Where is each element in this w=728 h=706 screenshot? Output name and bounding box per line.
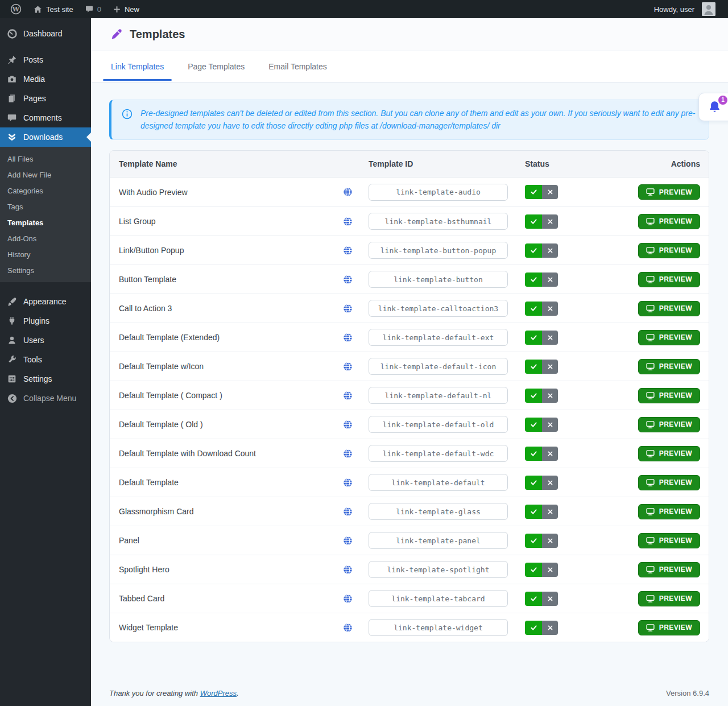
submenu-categories[interactable]: Categories (0, 183, 91, 199)
template-id-input[interactable] (369, 561, 508, 578)
preview-button[interactable]: PREVIEW (638, 620, 700, 635)
status-active-button[interactable] (525, 534, 542, 548)
status-active-button[interactable] (525, 563, 542, 577)
preview-button[interactable]: PREVIEW (638, 591, 700, 606)
status-active-button[interactable] (525, 592, 542, 606)
submenu-settings[interactable]: Settings (0, 262, 91, 278)
preview-button[interactable]: PREVIEW (638, 272, 700, 287)
submenu-history[interactable]: History (0, 246, 91, 262)
template-id-input[interactable] (369, 445, 508, 462)
status-disable-button[interactable] (542, 505, 558, 519)
sidebar-item-appearance[interactable]: Appearance (0, 292, 91, 311)
template-id-input[interactable] (369, 358, 508, 375)
template-id-input[interactable] (369, 271, 508, 288)
sidebar-item-pages[interactable]: Pages (0, 89, 91, 108)
preview-button[interactable]: PREVIEW (638, 184, 700, 200)
status-disable-button[interactable] (542, 331, 558, 345)
status-active-button[interactable] (525, 389, 542, 403)
sidebar-item-tools[interactable]: Tools (0, 350, 91, 369)
status-active-button[interactable] (525, 418, 542, 432)
status-active-button[interactable] (525, 360, 542, 374)
monitor-icon (646, 624, 655, 631)
status-active-button[interactable] (525, 331, 542, 345)
sidebar-item-users[interactable]: Users (0, 331, 91, 350)
status-disable-button[interactable] (542, 214, 558, 229)
sidebar-item-label: Pages (23, 94, 46, 103)
template-id-input[interactable] (369, 474, 508, 491)
preview-button[interactable]: PREVIEW (638, 504, 700, 519)
template-id-input[interactable] (369, 532, 508, 549)
template-id-input[interactable] (369, 329, 508, 346)
sidebar-item-posts[interactable]: Posts (0, 50, 91, 69)
status-disable-button[interactable] (542, 243, 558, 258)
submenu-add-ons[interactable]: Add-Ons (0, 230, 91, 246)
globe-icon (343, 362, 353, 371)
tab-link-templates[interactable]: Link Templates (102, 51, 173, 82)
preview-button[interactable]: PREVIEW (638, 243, 700, 258)
template-id-input[interactable] (369, 590, 508, 607)
sidebar-item-collapse-menu[interactable]: Collapse Menu (0, 389, 91, 408)
template-id-input[interactable] (369, 300, 508, 317)
template-id-input[interactable] (369, 184, 508, 201)
status-disable-button[interactable] (542, 360, 558, 374)
notification-widget[interactable]: 1 (698, 93, 728, 121)
status-active-button[interactable] (525, 214, 542, 229)
sidebar-item-downloads[interactable]: Downloads (0, 127, 91, 147)
sidebar-item-plugins[interactable]: Plugins (0, 311, 91, 331)
tab-page-templates[interactable]: Page Templates (179, 51, 254, 82)
preview-button[interactable]: PREVIEW (638, 214, 700, 229)
submenu-add-new-file[interactable]: Add New File (0, 167, 91, 183)
template-id-input[interactable] (369, 387, 508, 404)
wrench-icon (6, 354, 18, 365)
status-active-button[interactable] (525, 476, 542, 490)
preview-button[interactable]: PREVIEW (638, 562, 700, 577)
visit-site-link[interactable]: Test site (28, 0, 78, 18)
preview-button[interactable]: PREVIEW (638, 533, 700, 548)
status-disable-button[interactable] (542, 302, 558, 316)
status-disable-button[interactable] (542, 389, 558, 403)
template-id-input[interactable] (369, 416, 508, 433)
status-disable-button[interactable] (542, 418, 558, 432)
wordpress-link[interactable]: WordPress (200, 689, 237, 697)
status-disable-button[interactable] (542, 621, 558, 635)
status-disable-button[interactable] (542, 592, 558, 606)
status-active-button[interactable] (525, 505, 542, 519)
globe-icon (343, 246, 353, 255)
wordpress-logo-menu[interactable]: W (6, 0, 26, 18)
preview-button[interactable]: PREVIEW (638, 301, 700, 316)
status-disable-button[interactable] (542, 476, 558, 490)
status-active-button[interactable] (525, 302, 542, 316)
submenu-templates[interactable]: Templates (0, 214, 91, 230)
status-disable-button[interactable] (542, 563, 558, 577)
status-disable-button[interactable] (542, 185, 558, 199)
sidebar-item-settings[interactable]: Settings (0, 369, 91, 389)
submenu-all-files[interactable]: All Files (0, 151, 91, 167)
status-active-button[interactable] (525, 447, 542, 461)
status-disable-button[interactable] (542, 273, 558, 287)
preview-button[interactable]: PREVIEW (638, 446, 700, 461)
template-id-input[interactable] (369, 503, 508, 520)
template-id-input[interactable] (369, 619, 508, 636)
sidebar-item-dashboard[interactable]: Dashboard (0, 24, 91, 43)
submenu-tags[interactable]: Tags (0, 199, 91, 214)
preview-button[interactable]: PREVIEW (638, 359, 700, 374)
status-active-button[interactable] (525, 621, 542, 635)
sidebar-item-media[interactable]: Media (0, 69, 91, 89)
template-id-input[interactable] (369, 242, 508, 259)
status-disable-button[interactable] (542, 534, 558, 548)
comments-shortcut[interactable]: 0 (80, 0, 106, 18)
template-id-input[interactable] (369, 213, 508, 230)
table-row: List GroupPREVIEW (110, 207, 709, 236)
preview-button[interactable]: PREVIEW (638, 417, 700, 432)
preview-button[interactable]: PREVIEW (638, 330, 700, 345)
new-content-menu[interactable]: New (108, 0, 144, 18)
status-active-button[interactable] (525, 243, 542, 258)
my-account-menu[interactable]: Howdy, user (650, 0, 720, 18)
preview-button[interactable]: PREVIEW (638, 388, 700, 403)
status-disable-button[interactable] (542, 447, 558, 461)
tab-email-templates[interactable]: Email Templates (259, 51, 336, 82)
sidebar-item-comments[interactable]: Comments (0, 108, 91, 127)
status-active-button[interactable] (525, 273, 542, 287)
preview-button[interactable]: PREVIEW (638, 475, 700, 490)
status-active-button[interactable] (525, 185, 542, 199)
